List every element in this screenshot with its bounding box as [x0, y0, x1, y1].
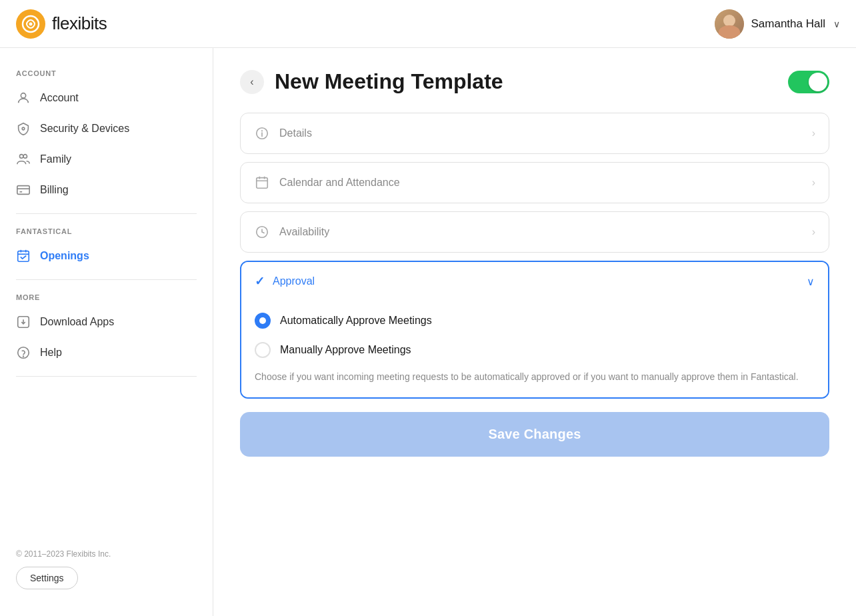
approval-description: Choose if you want incoming meeting requ…	[255, 370, 815, 384]
svg-rect-9	[18, 251, 29, 262]
user-name: Samantha Hall	[751, 17, 825, 31]
openings-label: Openings	[40, 250, 89, 262]
availability-card: Availability ›	[240, 211, 829, 253]
approval-check-icon: ✓	[255, 274, 265, 289]
download-label: Download Apps	[40, 316, 114, 328]
billing-label: Billing	[40, 184, 69, 196]
logo-symbol	[21, 15, 40, 33]
layout: ACCOUNT Account Security & Devices	[0, 48, 856, 616]
copyright: © 2011–2023 Flexibits Inc.	[16, 549, 197, 559]
shield-icon	[16, 121, 31, 136]
sidebar-item-family[interactable]: Family	[0, 144, 213, 175]
auto-approve-label: Automatically Approve Meetings	[280, 315, 432, 327]
more-section-label: MORE	[0, 293, 213, 301]
page-title: New Meeting Template	[275, 69, 503, 94]
fantastical-section-label: FANTASTICAL	[0, 227, 213, 235]
calendar-chevron-icon: ›	[812, 177, 815, 189]
svg-point-4	[20, 155, 24, 159]
calendar-card: Calendar and Attendance ›	[240, 162, 829, 203]
logo: flexibits	[16, 9, 107, 39]
openings-icon	[16, 249, 31, 263]
manual-approve-option[interactable]: Manually Approve Meetings	[255, 335, 815, 365]
download-icon	[16, 315, 31, 329]
sidebar-item-openings[interactable]: Openings	[0, 241, 213, 271]
details-chevron-icon: ›	[812, 127, 815, 139]
help-icon	[16, 345, 31, 360]
sidebar-item-billing[interactable]: Billing	[0, 175, 213, 205]
sidebar-footer: © 2011–2023 Flexibits Inc. Settings	[0, 539, 213, 600]
info-icon	[254, 125, 270, 141]
svg-point-3	[22, 127, 25, 130]
calendar-row[interactable]: Calendar and Attendance ›	[241, 163, 829, 203]
calendar-label: Calendar and Attendance	[279, 177, 400, 189]
sidebar-item-security[interactable]: Security & Devices	[0, 113, 213, 144]
page-header-left: ‹ New Meeting Template	[240, 69, 503, 94]
family-label: Family	[40, 153, 71, 165]
auto-approve-option[interactable]: Automatically Approve Meetings	[255, 306, 815, 335]
header: flexibits Samantha Hall ∨	[0, 0, 856, 48]
approval-chevron-icon: ∨	[807, 275, 815, 288]
back-button[interactable]: ‹	[240, 70, 264, 94]
account-label: Account	[40, 92, 79, 104]
svg-point-16	[23, 356, 24, 357]
availability-chevron-icon: ›	[812, 226, 815, 238]
details-card: Details ›	[240, 113, 829, 154]
people-icon	[16, 152, 31, 167]
availability-label: Availability	[279, 226, 329, 238]
calendar-icon	[254, 175, 270, 191]
svg-rect-6	[17, 186, 29, 195]
card-icon	[16, 183, 31, 197]
manual-approve-label: Manually Approve Meetings	[280, 344, 411, 356]
svg-rect-20	[257, 178, 268, 189]
svg-point-2	[21, 93, 25, 98]
logo-icon	[16, 9, 45, 39]
availability-row[interactable]: Availability ›	[241, 212, 829, 252]
sidebar-item-account[interactable]: Account	[0, 83, 213, 113]
toggle-knob	[809, 73, 827, 91]
details-label: Details	[279, 127, 312, 139]
avatar-image	[715, 9, 744, 39]
person-icon	[16, 91, 31, 105]
sidebar: ACCOUNT Account Security & Devices	[0, 48, 213, 616]
approval-label: Approval	[273, 275, 315, 287]
approval-body: Automatically Approve Meetings Manually …	[241, 301, 828, 397]
settings-button[interactable]: Settings	[16, 567, 78, 589]
clock-icon	[254, 224, 270, 240]
approval-header[interactable]: ✓ Approval ∨	[241, 262, 828, 301]
help-label: Help	[40, 347, 62, 359]
save-button[interactable]: Save Changes	[240, 412, 829, 457]
security-label: Security & Devices	[40, 123, 129, 135]
avatar	[715, 9, 744, 39]
divider-1	[16, 213, 197, 214]
main-content: ‹ New Meeting Template	[213, 48, 856, 616]
approval-card: ✓ Approval ∨ Automatically Approve Meeti…	[240, 261, 829, 399]
divider-3	[16, 376, 197, 377]
chevron-down-icon: ∨	[833, 19, 840, 29]
sidebar-item-help[interactable]: Help	[0, 337, 213, 368]
divider-2	[16, 279, 197, 280]
details-row[interactable]: Details ›	[241, 113, 829, 153]
sidebar-item-download[interactable]: Download Apps	[0, 307, 213, 337]
logo-text: flexibits	[52, 13, 107, 34]
svg-point-5	[23, 155, 27, 159]
svg-point-1	[29, 22, 33, 25]
availability-row-left: Availability	[254, 224, 329, 240]
calendar-row-left: Calendar and Attendance	[254, 175, 400, 191]
approval-header-left: ✓ Approval	[255, 274, 315, 289]
toggle-track[interactable]	[788, 71, 829, 93]
account-section-label: ACCOUNT	[0, 69, 213, 77]
manual-approve-radio[interactable]	[255, 342, 271, 358]
auto-approve-radio[interactable]	[255, 313, 271, 329]
page-header: ‹ New Meeting Template	[240, 69, 829, 94]
details-row-left: Details	[254, 125, 312, 141]
toggle-container[interactable]	[788, 71, 829, 93]
user-profile[interactable]: Samantha Hall ∨	[715, 9, 840, 39]
